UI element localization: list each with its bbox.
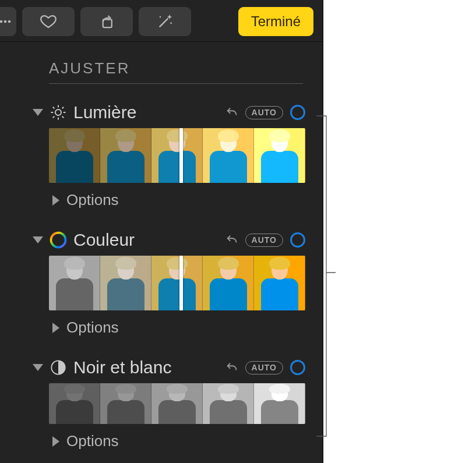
section-color-label: Couleur: [73, 230, 135, 250]
chevron-down-icon: [33, 236, 43, 243]
section-light-header[interactable]: Lumière AUTO: [29, 100, 323, 128]
section-bw: Noir et blanc AUTO Options: [29, 355, 323, 463]
chevron-right-icon: [52, 436, 59, 447]
options-label: Options: [66, 191, 119, 209]
section-light: Lumière AUTO Options: [29, 100, 323, 223]
svg-point-7: [51, 233, 66, 248]
color-slider[interactable]: [49, 256, 305, 310]
thumb: [254, 128, 305, 183]
slider-handle[interactable]: [179, 256, 183, 310]
auto-button-light[interactable]: AUTO: [245, 106, 283, 119]
more-button[interactable]: [0, 7, 16, 36]
section-bw-label: Noir et blanc: [73, 358, 171, 377]
color-wheel-icon: [49, 231, 68, 249]
thumb: [151, 256, 203, 310]
undo-icon[interactable]: [225, 361, 238, 374]
thumb: [203, 128, 254, 183]
svg-point-2: [8, 20, 11, 23]
heart-icon: [40, 13, 57, 30]
thumb: [100, 128, 151, 183]
wand-icon: [156, 12, 174, 31]
svg-point-6: [55, 109, 61, 115]
section-color-header[interactable]: Couleur AUTO: [29, 228, 323, 256]
svg-point-1: [4, 20, 7, 23]
light-slider[interactable]: [49, 128, 305, 183]
thumb: [49, 256, 100, 310]
undo-icon[interactable]: [225, 234, 238, 246]
adjust-title: AJUSTER: [29, 52, 323, 83]
auto-button-color[interactable]: AUTO: [245, 234, 283, 247]
brightness-icon: [49, 103, 68, 122]
ellipsis-icon: [0, 15, 12, 29]
chevron-down-icon: [33, 109, 43, 116]
divider: [49, 83, 303, 84]
half-circle-icon: [49, 358, 68, 377]
thumb: [151, 383, 203, 424]
toggle-ring-bw[interactable]: [290, 360, 305, 375]
auto-button-bw[interactable]: AUTO: [245, 361, 283, 374]
favorite-button[interactable]: [22, 7, 75, 36]
rotate-button[interactable]: [80, 7, 133, 36]
svg-point-4: [160, 16, 161, 17]
options-label: Options: [66, 432, 119, 450]
thumb: [254, 383, 305, 424]
thumb: [49, 128, 100, 183]
options-light[interactable]: Options: [29, 183, 323, 223]
edit-panel: Terminé AJUSTER Lumière AUTO: [0, 0, 323, 463]
options-color[interactable]: Options: [29, 310, 323, 351]
thumb: [203, 383, 254, 424]
slider-handle[interactable]: [179, 128, 183, 183]
thumb: [100, 256, 151, 310]
section-bw-header[interactable]: Noir et blanc AUTO: [29, 355, 323, 383]
section-color: Couleur AUTO Options: [29, 228, 323, 351]
toggle-ring-light[interactable]: [290, 105, 305, 120]
svg-rect-3: [103, 19, 112, 27]
toolbar: Terminé: [0, 0, 323, 42]
bw-slider[interactable]: [49, 383, 305, 424]
thumb: [100, 383, 151, 424]
options-label: Options: [66, 319, 119, 337]
chevron-right-icon: [52, 195, 59, 206]
thumb: [151, 128, 203, 183]
svg-point-5: [170, 22, 172, 24]
chevron-down-icon: [33, 364, 43, 371]
thumb: [203, 256, 254, 310]
svg-point-0: [0, 20, 2, 23]
thumb: [49, 383, 100, 424]
done-button[interactable]: Terminé: [238, 7, 313, 36]
thumb: [254, 256, 305, 310]
adjust-pane: AJUSTER Lumière AUTO: [0, 42, 323, 463]
enhance-button[interactable]: [139, 7, 191, 36]
rotate-icon: [98, 13, 115, 30]
chevron-right-icon: [52, 323, 59, 333]
toggle-ring-color[interactable]: [290, 232, 305, 248]
section-light-label: Lumière: [73, 103, 136, 122]
options-bw[interactable]: Options: [29, 424, 323, 463]
undo-icon[interactable]: [225, 106, 238, 119]
